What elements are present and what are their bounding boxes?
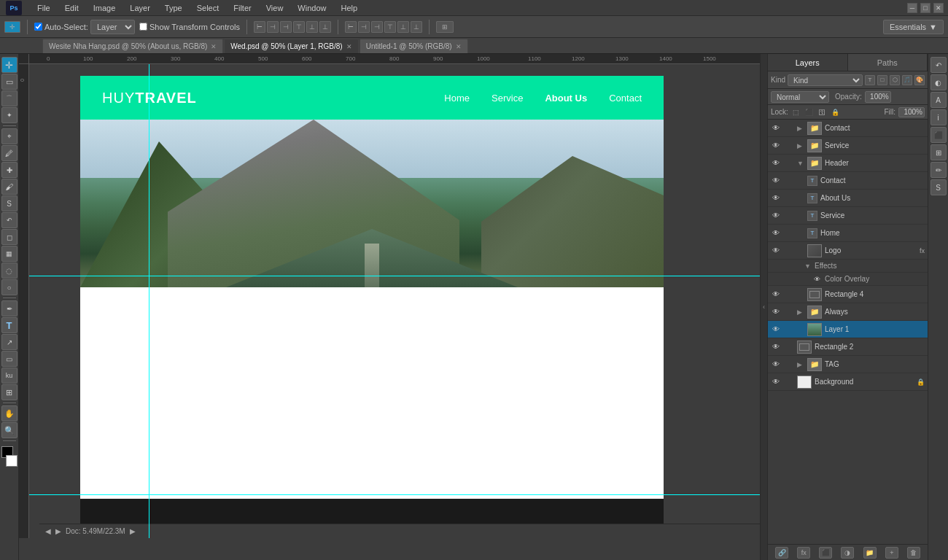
- nav-service[interactable]: Service: [492, 93, 523, 104]
- add-mask-button[interactable]: ⬛: [819, 547, 832, 559]
- layer-item-rect4[interactable]: 👁 Rectangle 4: [768, 286, 928, 303]
- menu-help[interactable]: Help: [338, 2, 360, 14]
- layer-item-contact-folder[interactable]: 👁 ▶ 📁 Contact: [768, 120, 928, 137]
- nav-home[interactable]: Home: [444, 93, 470, 104]
- menu-window[interactable]: Window: [295, 2, 328, 14]
- tab-paths[interactable]: Paths: [848, 54, 928, 71]
- layer-vis-tag[interactable]: 👁: [771, 359, 781, 370]
- show-transform-checkbox[interactable]: [139, 23, 147, 31]
- menu-image[interactable]: Image: [91, 2, 118, 14]
- layer-item-always[interactable]: 👁 ▶ 📁 Always: [768, 303, 928, 321]
- layer-expand-header[interactable]: ▼: [797, 160, 804, 167]
- panel-collapse-strip[interactable]: ‹: [760, 54, 767, 560]
- magic-wand-tool[interactable]: ✦: [1, 107, 18, 123]
- dodge-tool[interactable]: ○: [1, 279, 18, 295]
- layer-vis-always[interactable]: 👁: [771, 307, 781, 317]
- lock-all-icon[interactable]: 🔒: [831, 107, 841, 117]
- lasso-tool[interactable]: ⌒: [1, 90, 18, 106]
- menu-filter[interactable]: Filter: [231, 2, 253, 14]
- layer-item-logo[interactable]: 👁 Logo fx: [768, 242, 928, 260]
- crop-tool[interactable]: ⌖: [1, 128, 18, 144]
- doc-canvas[interactable]: HUYTRAVEL Home Service About Us Contact: [29, 64, 760, 538]
- history-panel-icon[interactable]: ↶: [930, 57, 947, 73]
- tab-untitled-close[interactable]: ✕: [456, 43, 462, 50]
- background-color[interactable]: [6, 455, 18, 467]
- filter-icon-1[interactable]: T: [865, 75, 875, 85]
- align-bottom-icon[interactable]: ⊥: [319, 21, 331, 33]
- layer-item-contact-text[interactable]: 👁 T Contact: [768, 172, 928, 190]
- clone-source-icon[interactable]: S: [930, 179, 947, 195]
- dist-bottom-icon[interactable]: ⊥: [411, 21, 422, 33]
- eyedropper-tool[interactable]: 🖉: [1, 145, 18, 161]
- layer-item-about-us[interactable]: 👁 T About Us: [768, 190, 928, 207]
- layer-vis-logo[interactable]: 👁: [771, 246, 781, 256]
- layer-expand-tag[interactable]: ▶: [797, 361, 804, 368]
- tab-wed[interactable]: Wed.psd @ 50% (Layer 1, RGB/8) ✕: [224, 39, 358, 53]
- menu-file[interactable]: File: [35, 2, 53, 14]
- link-layers-button[interactable]: 🔗: [775, 547, 788, 559]
- layer-vis-contact-text[interactable]: 👁: [771, 176, 781, 186]
- filter-icon-5[interactable]: 🎨: [914, 75, 925, 85]
- tab-wesite[interactable]: Wesite Nha Hang.psd @ 50% (About us, RGB…: [42, 39, 223, 53]
- effects-expand[interactable]: ▼: [804, 262, 812, 270]
- menu-edit[interactable]: Edit: [63, 2, 81, 14]
- menu-layer[interactable]: Layer: [128, 2, 152, 14]
- auto-select-dropdown[interactable]: Layer Group: [90, 20, 135, 34]
- layer-vis-header[interactable]: 👁: [771, 158, 781, 168]
- layer-vis-rect2[interactable]: 👁: [771, 342, 781, 352]
- status-arrow-left[interactable]: ◀: [45, 527, 51, 535]
- gradient-tool[interactable]: ▦: [1, 246, 18, 262]
- 3d-tool[interactable]: ku: [1, 368, 18, 384]
- hand-tool[interactable]: ✋: [1, 405, 18, 421]
- layer-item-tag[interactable]: 👁 ▶ 📁 TAG: [768, 356, 928, 373]
- heal-tool[interactable]: ✚: [1, 162, 18, 178]
- status-arrow-right[interactable]: ▶: [55, 527, 61, 535]
- mini-bridge-icon[interactable]: A: [930, 92, 947, 108]
- add-style-button[interactable]: fx: [797, 547, 810, 559]
- align-center-v-icon[interactable]: ⊥: [306, 21, 318, 33]
- arrange-icon[interactable]: ⊞: [436, 21, 454, 33]
- essentials-button[interactable]: Essentials ▼: [883, 20, 944, 34]
- add-adjustment-button[interactable]: ◑: [841, 547, 854, 559]
- nav-about[interactable]: About Us: [545, 93, 587, 104]
- align-top-icon[interactable]: ⊤: [293, 21, 305, 33]
- dist-right-icon[interactable]: ⊣: [371, 21, 383, 33]
- select-rect-tool[interactable]: ▭: [1, 74, 18, 90]
- delete-layer-button[interactable]: 🗑: [907, 547, 920, 559]
- path-select-tool[interactable]: ↗: [1, 334, 18, 350]
- layers-list[interactable]: 👁 ▶ 📁 Contact 👁 ▶ 📁 Service 👁 ▼ 📁 H: [768, 120, 928, 544]
- lock-transform-icon[interactable]: ⚿: [817, 107, 828, 117]
- align-right-icon[interactable]: ⊣: [280, 21, 292, 33]
- layer-vis-layer1[interactable]: 👁: [771, 324, 781, 335]
- layer-vis-about[interactable]: 👁: [771, 193, 781, 203]
- layer-item-header-folder[interactable]: 👁 ▼ 📁 Header: [768, 155, 928, 172]
- menu-select[interactable]: Select: [195, 2, 222, 14]
- shape-tool[interactable]: ▭: [1, 351, 18, 367]
- swatches-icon[interactable]: ⬛: [930, 127, 947, 143]
- layer-vis-service-folder[interactable]: 👁: [771, 141, 781, 151]
- opacity-input[interactable]: [865, 91, 891, 103]
- dist-center-h-icon[interactable]: ⊣: [358, 21, 370, 33]
- dist-top-icon[interactable]: ⊤: [384, 21, 396, 33]
- filter-icon-2[interactable]: □: [877, 75, 887, 85]
- nav-contact[interactable]: Contact: [609, 93, 642, 104]
- layer-vis-contact-folder[interactable]: 👁: [771, 123, 781, 133]
- filter-icon-4[interactable]: 🎵: [902, 75, 912, 85]
- layer-item-home[interactable]: 👁 T Home: [768, 225, 928, 242]
- new-layer-button[interactable]: +: [885, 547, 898, 559]
- type-tool[interactable]: T: [1, 317, 18, 333]
- fill-input[interactable]: [898, 107, 925, 117]
- layer-expand-contact[interactable]: ▶: [797, 125, 804, 132]
- menu-type[interactable]: Type: [163, 2, 184, 14]
- eraser-tool[interactable]: ◻: [1, 229, 18, 245]
- layer-vis-home[interactable]: 👁: [771, 228, 781, 238]
- history-tool[interactable]: ↶: [1, 212, 18, 228]
- layer-item-service-text[interactable]: 👁 T Service: [768, 207, 928, 225]
- layer-expand-always[interactable]: ▶: [797, 308, 804, 316]
- menu-view[interactable]: View: [264, 2, 286, 14]
- align-left-icon[interactable]: ⊢: [254, 21, 265, 33]
- move-tool-icon[interactable]: ✛: [4, 21, 20, 33]
- layer-item-service-folder[interactable]: 👁 ▶ 📁 Service: [768, 137, 928, 155]
- tab-wesite-close[interactable]: ✕: [211, 43, 217, 50]
- lock-pixels-icon[interactable]: ⬚: [791, 107, 801, 117]
